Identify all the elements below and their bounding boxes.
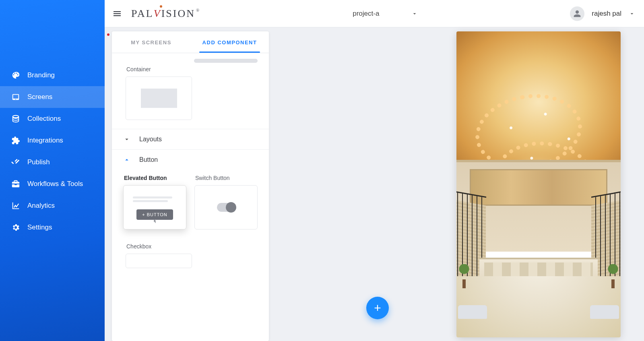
toolbox-icon [11, 180, 20, 188]
component-switch-button[interactable] [194, 185, 258, 229]
puzzle-icon [11, 136, 20, 145]
container-preview-icon [141, 89, 177, 108]
workarea: MY SCREENS ADD COMPONENT Container [105, 27, 644, 341]
user-menu[interactable]: rajesh pal [570, 6, 635, 21]
sidebar-item-label: Integrations [27, 136, 63, 145]
component-checkbox[interactable] [126, 254, 192, 268]
sidebar-item-screens[interactable]: Screens [0, 86, 105, 108]
brand-left: PAL [131, 8, 154, 19]
component-container[interactable] [126, 76, 192, 120]
brand-logo: PALVISION® [131, 6, 200, 21]
palette-icon [11, 71, 20, 80]
sidebar-item-label: Workflows & Tools [27, 180, 83, 188]
sidebar-item-label: Screens [27, 93, 52, 101]
sidebar-item-label: Collections [27, 115, 61, 123]
tab-add-component[interactable]: ADD COMPONENT [190, 31, 269, 53]
brand-registered: ® [196, 8, 200, 12]
component-elevated-button[interactable]: + BUTTON [123, 185, 186, 229]
menu-toggle[interactable] [110, 7, 124, 21]
sidebar-item-label: Analytics [27, 202, 55, 210]
accordion-title: Button [139, 156, 158, 163]
project-name: project-a [353, 10, 379, 18]
sidebar-item-settings[interactable]: Settings [0, 217, 105, 238]
sidebar-item-integrations[interactable]: Integrations [0, 130, 105, 151]
plus-icon: + [374, 302, 381, 314]
brand-right: ISION [161, 8, 195, 19]
sidebar-item-analytics[interactable]: Analytics [0, 195, 105, 217]
component-label-checkbox: Checkbox [126, 243, 258, 250]
panel-scroll[interactable]: Container Layouts Button [112, 53, 269, 341]
record-indicator-icon [107, 33, 109, 36]
chevron-down-icon [123, 136, 130, 143]
chart-icon [11, 201, 20, 210]
accordion-button[interactable]: Button [112, 150, 269, 170]
chevron-up-icon [123, 156, 130, 163]
component-label-elevated: Elevated Button [124, 175, 186, 181]
sidebar: Branding Screens Collections Integration… [0, 0, 105, 341]
sidebar-item-publish[interactable]: Publish [0, 151, 105, 173]
placeholder-lines-icon [133, 195, 177, 204]
accordion-title: Layouts [139, 136, 162, 143]
sidebar-item-label: Branding [27, 71, 55, 79]
sidebar-item-label: Publish [27, 158, 50, 166]
sidebar-item-collections[interactable]: Collections [0, 108, 105, 130]
accordion-layouts[interactable]: Layouts [112, 129, 269, 150]
project-selector[interactable]: project-a [348, 6, 423, 21]
add-fab[interactable]: + [366, 297, 389, 319]
tab-my-screens[interactable]: MY SCREENS [112, 31, 190, 53]
double-check-icon [11, 158, 20, 167]
component-label-switch: Switch Button [195, 175, 258, 181]
main: PALVISION® project-a rajesh pal MY S [105, 0, 644, 341]
preview-image [456, 31, 621, 337]
cursor-icon [151, 219, 158, 226]
component-panel: MY SCREENS ADD COMPONENT Container [112, 31, 269, 341]
topbar: PALVISION® project-a rajesh pal [105, 0, 644, 27]
database-icon [11, 114, 20, 123]
switch-preview-icon [217, 203, 235, 212]
sidebar-item-branding[interactable]: Branding [0, 64, 105, 86]
placeholder-bar [194, 59, 258, 63]
device-preview[interactable] [456, 31, 621, 337]
avatar [570, 6, 584, 21]
component-label-container: Container [126, 66, 258, 72]
username: rajesh pal [592, 10, 621, 18]
chevron-down-icon [411, 10, 418, 17]
sidebar-item-label: Settings [27, 223, 52, 231]
sidebar-item-workflows[interactable]: Workflows & Tools [0, 173, 105, 195]
brand-v: V [154, 8, 161, 20]
panel-tabs: MY SCREENS ADD COMPONENT [112, 31, 269, 53]
tablet-icon [11, 93, 20, 101]
chevron-down-icon [629, 10, 635, 17]
gear-icon [11, 223, 20, 232]
